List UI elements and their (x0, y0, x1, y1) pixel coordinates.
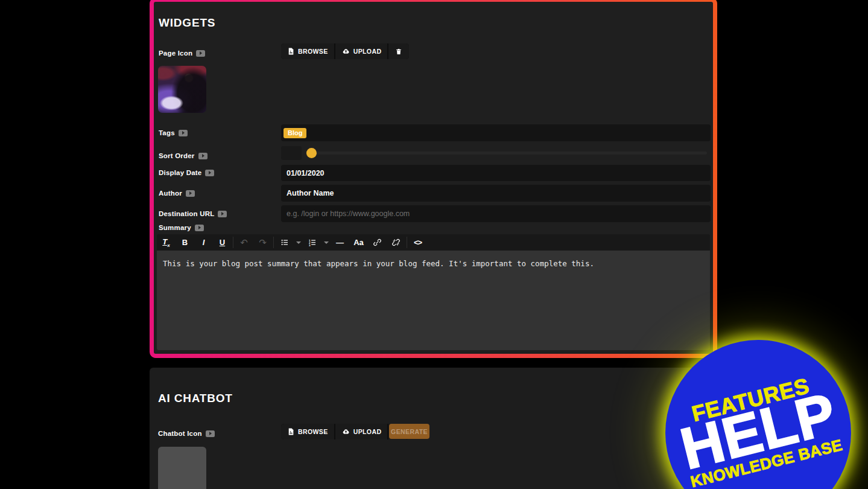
author-label: Author (159, 190, 195, 197)
chevron-down-icon (324, 241, 329, 244)
upload-label: UPLOAD (353, 48, 382, 55)
video-tutorial-icon[interactable] (195, 225, 204, 231)
tags-label: Tags (159, 129, 188, 136)
browse-button[interactable]: BROWSE (281, 424, 334, 439)
toolbar-divider (273, 237, 274, 248)
chatbot-panel: AI CHATBOT Chatbot Icon BROWSE (150, 368, 717, 489)
widgets-panel: WIDGETS Page Icon BROWSE (154, 2, 713, 354)
page-icon-label: Page Icon (159, 50, 205, 57)
code-view-button[interactable]: <> (408, 234, 427, 251)
sort-order-slider-track[interactable] (306, 152, 707, 155)
link-icon (373, 238, 382, 247)
destination-url-label: Destination URL (159, 210, 227, 217)
widgets-panel-highlight-border: WIDGETS Page Icon BROWSE (150, 0, 717, 358)
display-date-label: Display Date (159, 169, 214, 176)
page-icon-label-text: Page Icon (159, 50, 192, 57)
bullet-list-dropdown[interactable] (294, 234, 303, 251)
undo-button[interactable]: ↶ (235, 234, 253, 251)
page-icon-upload-controls: BROWSE UPLOAD (281, 43, 409, 59)
video-tutorial-icon[interactable] (186, 190, 195, 197)
help-badge-text: FEATURES HELP KNOWLEDGE BASE (671, 369, 844, 489)
summary-editor-toolbar: Tx B I U ↶ ↷ (157, 234, 710, 251)
video-tutorial-icon[interactable] (205, 170, 214, 176)
author-label-text: Author (159, 190, 182, 197)
italic-button[interactable]: I (194, 234, 213, 251)
file-image-icon (287, 47, 295, 56)
chatbot-icon-label-text: Chatbot Icon (158, 430, 202, 437)
generate-button[interactable]: GENERATE (389, 424, 429, 439)
video-tutorial-icon[interactable] (198, 153, 207, 159)
video-tutorial-icon[interactable] (196, 50, 205, 57)
bullet-list-icon (280, 238, 290, 247)
chatbot-icon-label: Chatbot Icon (158, 430, 215, 437)
upload-button[interactable]: UPLOAD (334, 424, 388, 439)
insert-link-button[interactable] (368, 234, 387, 251)
video-tutorial-icon[interactable] (179, 130, 188, 136)
display-date-input[interactable] (281, 165, 711, 181)
chatbot-icon-placeholder[interactable] (158, 447, 206, 489)
chatbot-title: AI CHATBOT (158, 392, 233, 405)
bold-button[interactable]: B (176, 234, 194, 251)
toolbar-divider (233, 237, 233, 248)
upload-label: UPLOAD (353, 428, 382, 435)
sort-order-label-text: Sort Order (159, 152, 195, 159)
browse-label: BROWSE (298, 48, 328, 55)
trash-icon (395, 48, 402, 56)
sort-order-slider-handle[interactable] (306, 148, 317, 158)
toolbar-divider (407, 237, 407, 248)
widgets-title: WIDGETS (159, 16, 215, 30)
summary-label-text: Summary (159, 224, 191, 231)
numbered-list-icon: 123 (308, 238, 317, 247)
clear-formatting-button[interactable]: Tx (157, 234, 176, 251)
unlink-icon (391, 238, 401, 247)
sort-order-value-input[interactable] (281, 146, 302, 160)
summary-editor-textarea[interactable]: This is your blog post summary that appe… (157, 251, 710, 350)
tags-label-text: Tags (159, 129, 175, 136)
remove-link-button[interactable] (387, 234, 405, 251)
author-input[interactable] (281, 185, 711, 202)
horizontal-rule-button[interactable]: — (331, 234, 349, 251)
sort-order-label: Sort Order (159, 152, 207, 159)
help-badge: FEATURES HELP KNOWLEDGE BASE (665, 340, 851, 489)
bullet-list-button[interactable] (275, 234, 294, 251)
font-style-button[interactable]: Aa (349, 234, 368, 251)
upload-button[interactable]: UPLOAD (334, 43, 388, 59)
tags-input[interactable]: Blog (281, 124, 711, 141)
summary-label: Summary (159, 224, 204, 231)
cloud-upload-icon (341, 47, 350, 56)
delete-image-button[interactable] (387, 43, 409, 59)
video-tutorial-icon[interactable] (218, 211, 227, 217)
tag-chip[interactable]: Blog (284, 128, 306, 138)
chevron-down-icon (296, 241, 301, 244)
underline-button[interactable]: U (213, 234, 232, 251)
browse-button[interactable]: BROWSE (281, 43, 334, 59)
cloud-upload-icon (341, 427, 350, 436)
destination-url-label-text: Destination URL (159, 210, 214, 217)
browse-label: BROWSE (298, 428, 328, 435)
file-image-icon (287, 427, 295, 436)
svg-text:3: 3 (309, 244, 311, 247)
destination-url-input[interactable] (281, 205, 711, 222)
page: WIDGETS Page Icon BROWSE (0, 0, 868, 489)
clear-formatting-icon: Tx (162, 237, 169, 248)
page-icon-thumbnail[interactable] (158, 66, 206, 113)
numbered-list-button[interactable]: 123 (303, 234, 322, 251)
redo-button[interactable]: ↷ (253, 234, 272, 251)
video-tutorial-icon[interactable] (206, 430, 215, 437)
display-date-label-text: Display Date (159, 169, 201, 176)
numbered-list-dropdown[interactable] (322, 234, 331, 251)
